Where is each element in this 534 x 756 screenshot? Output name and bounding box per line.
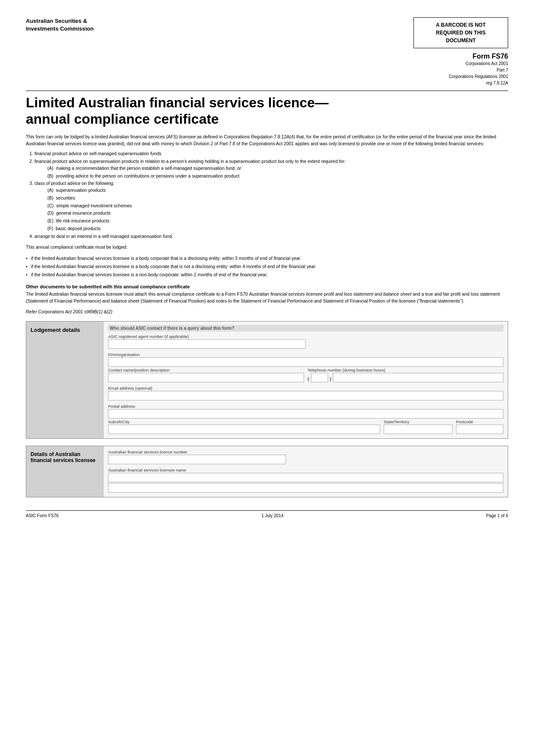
list-item-2: financial product advice on superannuati… — [34, 158, 508, 179]
telephone-label: Telephone number (during business hours) — [307, 368, 503, 372]
barcode-notice: A BARCODE IS NOT REQUIRED ON THIS DOCUME… — [413, 17, 508, 48]
list-item-3c: (C) simple managed investment schemes — [47, 203, 508, 209]
form-part: Part 7 — [497, 68, 508, 72]
list-item-3f: (F) basic deposit products — [47, 225, 508, 232]
postal-label: Postal address — [108, 404, 503, 409]
list-item-3e: (E) life risk insurance products — [47, 218, 508, 225]
bullet-2: if the limited Australian financial serv… — [26, 263, 508, 270]
asic-title: Australian Securities & Investments Comm… — [26, 17, 94, 33]
form-reg: reg 7.8.12A — [486, 81, 508, 85]
barcode-text: A BARCODE IS NOT REQUIRED ON THIS DOCUME… — [436, 22, 486, 44]
refer-text: Refer Corporations Act 2001 s989B(1) &(2… — [26, 309, 508, 314]
form-act: Corporations Act 2001 — [466, 61, 508, 66]
list-item-3d: (D) general insurance products — [47, 210, 508, 217]
email-label: Email address (optional) — [108, 386, 503, 390]
afs-section: Details of Australian financial services… — [26, 446, 508, 497]
email-input[interactable] — [108, 391, 503, 400]
licensee-name-label: Australian financial services licensee n… — [108, 468, 503, 472]
licensee-name-input-2[interactable] — [108, 483, 503, 493]
firm-input[interactable] — [108, 357, 503, 367]
state-input[interactable] — [384, 425, 453, 434]
agent-number-input[interactable] — [108, 339, 306, 349]
title-text: Limited Australian financial services li… — [26, 95, 329, 127]
other-docs-title: Other documents to be submitted with thi… — [26, 284, 508, 289]
other-docs-text: The limited Australian financial service… — [26, 291, 508, 305]
form-number: Form FS76 — [26, 53, 508, 60]
postcode-label: Postcode — [456, 419, 503, 424]
bullet-section: if the limited Australian financial serv… — [26, 255, 508, 278]
form-title: Limited Australian financial services li… — [26, 91, 508, 128]
list-item-4: arrange to deal in an interest in a self… — [34, 233, 508, 240]
list-item-3a: (A) superannuation products — [47, 187, 508, 194]
agent-number-label: ASIC registered agent number (if applica… — [108, 334, 503, 339]
form-reference: Form FS76 Corporations Act 2001 Part 7 C… — [26, 53, 508, 86]
postcode-input[interactable] — [456, 425, 503, 434]
state-label: State/Territory — [384, 419, 453, 424]
services-list: financial product advice on self-managed… — [34, 150, 508, 240]
firm-label: Firm/organisation — [108, 352, 503, 357]
list-item-2a: (A) making a recommendation that the per… — [47, 165, 508, 172]
compliance-intro: This annual compliance certificate must … — [26, 244, 508, 251]
licence-number-input[interactable] — [108, 455, 286, 464]
list-item-3: class of product advice on the following… — [34, 180, 508, 232]
asic-line2: Investments Commission — [26, 25, 94, 32]
footer-left: ASIC Form FS76 — [26, 513, 59, 518]
query-title: Who should ASIC contact if there is a qu… — [108, 325, 503, 331]
afs-label: Details of Australian financial services… — [26, 446, 104, 497]
afs-content: Australian financial services licence nu… — [104, 446, 508, 497]
postal-input[interactable] — [108, 409, 503, 419]
footer-center: 1 July 2014 — [261, 513, 283, 518]
other-docs-section: Other documents to be submitted with thi… — [26, 284, 508, 305]
form-regs: Corporations Regulations 2001 — [449, 74, 508, 79]
bullet-3: if the limited Australian financial serv… — [26, 272, 508, 278]
open-paren: ( — [307, 376, 309, 382]
lodgement-section: Lodgement details Who should ASIC contac… — [26, 321, 508, 439]
bullet-1: if the limited Australian financial serv… — [26, 255, 508, 262]
phone-number-input[interactable] — [333, 373, 503, 382]
area-code-input[interactable] — [311, 373, 328, 382]
contact-label: Contact name/position description — [108, 368, 304, 372]
footer-right: Page 1 of 6 — [486, 513, 508, 518]
asic-line1: Australian Securities & — [26, 18, 87, 24]
list-item-1: financial product advice on self-managed… — [34, 150, 508, 157]
state-col: State/Territory — [384, 419, 453, 435]
suburb-col: Suburb/City — [108, 419, 380, 435]
suburb-input[interactable] — [108, 425, 380, 434]
telephone-col: Telephone number (during business hours)… — [307, 368, 503, 383]
lodgement-label: Lodgement details — [26, 322, 104, 438]
licensee-name-input[interactable] — [108, 473, 503, 482]
close-paren: ) — [330, 376, 332, 382]
lodgement-content: Who should ASIC contact if there is a qu… — [104, 322, 508, 438]
suburb-label: Suburb/City — [108, 419, 380, 424]
contact-input[interactable] — [108, 373, 304, 382]
intro-paragraph: This form can only be lodged by a limite… — [26, 134, 508, 147]
postcode-col: Postcode — [456, 419, 503, 435]
licence-number-label: Australian financial services licence nu… — [108, 450, 503, 454]
list-item-3b: (B) securities — [47, 195, 508, 202]
footer: ASIC Form FS76 1 July 2014 Page 1 of 6 — [26, 510, 508, 518]
contact-col: Contact name/position description — [108, 368, 304, 383]
list-item-2b: (B) providing advice to the person on co… — [47, 173, 508, 180]
